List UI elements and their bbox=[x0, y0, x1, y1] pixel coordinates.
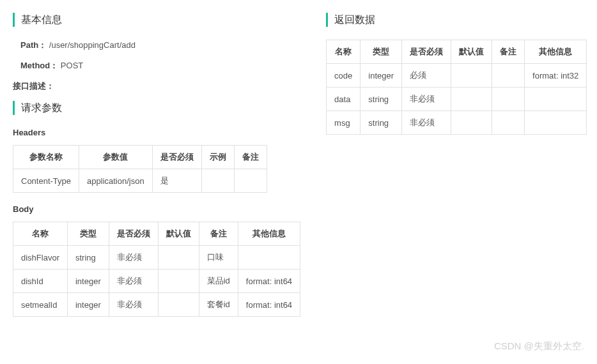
cell-other bbox=[525, 111, 587, 135]
body-table: 名称 类型 是否必须 默认值 备注 其他信息 dishFlavor string… bbox=[13, 222, 300, 317]
method-line: Method： POST bbox=[13, 60, 300, 72]
cell-type: integer bbox=[67, 293, 109, 317]
method-value: POST bbox=[61, 61, 83, 70]
cell-required: 非必须 bbox=[402, 87, 451, 111]
cell-type: string bbox=[67, 246, 109, 269]
cell-name: msg bbox=[327, 111, 361, 135]
cell-required: 非必须 bbox=[109, 246, 158, 269]
col-required: 是否必须 bbox=[109, 222, 158, 246]
table-row: setmealId integer 非必须 套餐id format: int64 bbox=[13, 293, 300, 317]
col-required: 是否必须 bbox=[402, 40, 451, 64]
path-value: /user/shoppingCart/add bbox=[49, 40, 136, 50]
cell-value: application/json bbox=[79, 169, 153, 193]
request-header: 请求参数 bbox=[13, 101, 300, 115]
cell-other: format: int32 bbox=[525, 64, 587, 87]
col-param-name: 参数名称 bbox=[13, 146, 79, 169]
cell-remark bbox=[492, 111, 525, 135]
table-header-row: 参数名称 参数值 是否必须 示例 备注 bbox=[13, 146, 267, 169]
col-param-value: 参数值 bbox=[79, 146, 153, 169]
cell-name: setmealId bbox=[13, 293, 68, 317]
cell-remark bbox=[492, 64, 525, 87]
cell-required: 是 bbox=[152, 169, 201, 193]
cell-example bbox=[201, 169, 234, 193]
table-row: code integer 必须 format: int32 bbox=[327, 64, 587, 87]
response-header: 返回数据 bbox=[326, 13, 594, 27]
col-other: 其他信息 bbox=[238, 222, 300, 246]
cell-name: dishFlavor bbox=[13, 246, 68, 269]
col-default: 默认值 bbox=[158, 222, 199, 246]
left-panel: 基本信息 Path： /user/shoppingCart/add Method… bbox=[13, 13, 300, 328]
headers-subheader: Headers bbox=[13, 128, 300, 137]
desc-label: 接口描述： bbox=[13, 81, 54, 91]
cell-type: integer bbox=[361, 64, 402, 87]
col-remark: 备注 bbox=[492, 40, 525, 64]
cell-required: 非必须 bbox=[109, 269, 158, 293]
cell-type: string bbox=[361, 111, 402, 135]
table-header-row: 名称 类型 是否必须 默认值 备注 其他信息 bbox=[327, 40, 587, 64]
cell-name: dishId bbox=[13, 269, 68, 293]
col-remark: 备注 bbox=[234, 146, 267, 169]
table-row: data string 非必须 bbox=[327, 87, 587, 111]
cell-remark: 菜品id bbox=[199, 269, 238, 293]
col-type: 类型 bbox=[67, 222, 109, 246]
cell-default bbox=[451, 87, 492, 111]
col-default: 默认值 bbox=[451, 40, 492, 64]
cell-type: string bbox=[361, 87, 402, 111]
col-example: 示例 bbox=[201, 146, 234, 169]
col-remark: 备注 bbox=[199, 222, 238, 246]
headers-table: 参数名称 参数值 是否必须 示例 备注 Content-Type applica… bbox=[13, 145, 267, 193]
path-label: Path： bbox=[20, 40, 47, 50]
cell-name: Content-Type bbox=[13, 169, 79, 193]
cell-other bbox=[238, 246, 300, 269]
cell-remark: 套餐id bbox=[199, 293, 238, 317]
method-label: Method： bbox=[20, 61, 58, 70]
cell-name: data bbox=[327, 87, 361, 111]
cell-other: format: int64 bbox=[238, 293, 300, 317]
cell-required: 非必须 bbox=[402, 111, 451, 135]
col-name: 名称 bbox=[13, 222, 68, 246]
table-header-row: 名称 类型 是否必须 默认值 备注 其他信息 bbox=[13, 222, 300, 246]
col-other: 其他信息 bbox=[525, 40, 587, 64]
cell-other bbox=[525, 87, 587, 111]
cell-required: 必须 bbox=[402, 64, 451, 87]
cell-default bbox=[451, 64, 492, 87]
basic-info-header: 基本信息 bbox=[13, 13, 300, 27]
desc-line: 接口描述： bbox=[13, 80, 300, 92]
cell-remark bbox=[492, 87, 525, 111]
body-subheader: Body bbox=[13, 204, 300, 214]
cell-default bbox=[158, 269, 199, 293]
cell-other: format: int64 bbox=[238, 269, 300, 293]
cell-default bbox=[158, 246, 199, 269]
col-type: 类型 bbox=[361, 40, 402, 64]
cell-type: integer bbox=[67, 269, 109, 293]
path-line: Path： /user/shoppingCart/add bbox=[13, 40, 300, 51]
table-row: dishId integer 非必须 菜品id format: int64 bbox=[13, 269, 300, 293]
table-row: msg string 非必须 bbox=[327, 111, 587, 135]
right-panel: 返回数据 名称 类型 是否必须 默认值 备注 其他信息 code integer… bbox=[326, 13, 594, 328]
table-row: Content-Type application/json 是 bbox=[13, 169, 267, 193]
col-name: 名称 bbox=[327, 40, 361, 64]
col-required: 是否必须 bbox=[152, 146, 201, 169]
cell-required: 非必须 bbox=[109, 293, 158, 317]
table-row: dishFlavor string 非必须 口味 bbox=[13, 246, 300, 269]
watermark: CSDN @失重外太空. bbox=[494, 340, 584, 341]
cell-remark bbox=[234, 169, 267, 193]
response-table: 名称 类型 是否必须 默认值 备注 其他信息 code integer 必须 f… bbox=[326, 40, 587, 135]
cell-remark: 口味 bbox=[199, 246, 238, 269]
cell-default bbox=[451, 111, 492, 135]
cell-default bbox=[158, 293, 199, 317]
cell-name: code bbox=[327, 64, 361, 87]
